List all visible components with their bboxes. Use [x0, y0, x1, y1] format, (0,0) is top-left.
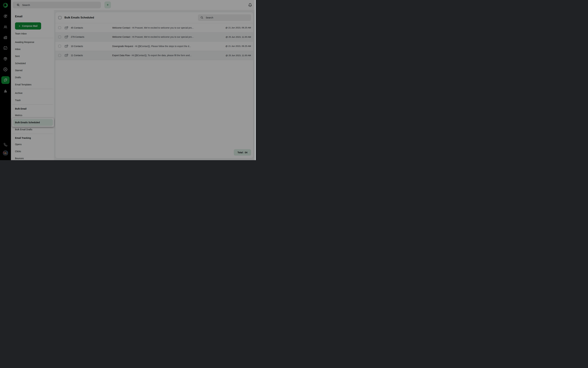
compose-mail-label: Compose Mail [22, 25, 37, 27]
scheduled-mail-icon [65, 26, 68, 29]
search-icon [17, 3, 20, 7]
search-icon [200, 16, 204, 19]
contacts-count: 45 Contacts [71, 27, 108, 29]
sidebar-item-metrics[interactable]: Metrics [11, 112, 54, 119]
sidebar-item-email-tracking[interactable]: Email Tracking [11, 134, 54, 142]
top-bar: + [11, 0, 256, 10]
contacts-icon[interactable] [2, 24, 9, 30]
calendar-icon[interactable] [2, 45, 9, 51]
compose-mail-button[interactable]: + Compose Mail [15, 22, 41, 29]
sidebar-item-bulk-email-drafts[interactable]: Bulk Email Drafts [11, 126, 54, 133]
preview: Hi {{$Contact}}, To export the data, ple… [132, 54, 192, 57]
preview: Hi Prasoet, We’re excited to welcome you… [132, 27, 194, 29]
contacts-count: 279 Contacts [71, 36, 108, 38]
sidebar-item-inbox[interactable]: Inbox [11, 46, 54, 53]
sidebar-item-bulk-email[interactable]: Bulk Email [11, 105, 54, 112]
brand-logo-icon [2, 2, 9, 8]
contacts-count: 11 Contacts [71, 54, 108, 57]
subject: Welcome Contact [112, 27, 130, 29]
icon-rail [0, 0, 11, 160]
scrollbar[interactable] [255, 0, 256, 160]
total-badge: Total : 04 [234, 149, 251, 156]
sidebar-item-trash[interactable]: Trash [11, 97, 54, 104]
conversations-icon[interactable] [1, 76, 10, 84]
panel-header: Bulk Emails Scheduled [55, 12, 253, 23]
global-search[interactable] [13, 2, 101, 8]
preview: Hi {{$Contact}}, Please follow the steps… [135, 45, 191, 47]
plus-icon: + [18, 25, 20, 28]
scheduled-mail-icon [65, 35, 68, 38]
sidebar-item-bulk-emails-scheduled-highlight[interactable]: Bulk Emails Scheduled [12, 118, 54, 127]
revenue-icon[interactable] [2, 13, 9, 19]
bulk-emails-scheduled-panel: Bulk Emails Scheduled [55, 12, 253, 158]
sidebar-divider [12, 104, 53, 105]
bulk-email-list: 45 Contacts Welcome Contact - Hi Prasoet… [55, 23, 253, 60]
bulk-email-row[interactable]: 10 Contacts Downgrade Request - Hi {{$Co… [55, 42, 253, 51]
app-window: + Email + Compose Mail Team Inbox Awaiti… [0, 0, 256, 160]
scheduled-time: @ 21 Jun 2023, 09.25 AM [225, 27, 253, 29]
phone-icon[interactable] [2, 141, 9, 148]
preview: Hi Prasoet, We’re excited to welcome you… [132, 36, 194, 38]
subject: Export Data Flow [112, 54, 130, 57]
list-search-input[interactable] [205, 16, 251, 19]
sidebar-item-clicks[interactable]: Clicks [11, 148, 54, 155]
sidebar-item-drafts[interactable]: Drafts [11, 74, 54, 81]
bell-icon[interactable] [248, 3, 252, 7]
sidebar-item-bounces[interactable]: Bounces [11, 155, 54, 160]
scheduled-mail-icon [65, 45, 68, 48]
sidebar-item-sent[interactable]: Sent [11, 53, 54, 60]
sidebar-item-scheduled[interactable]: Scheduled [11, 60, 54, 67]
row-checkbox[interactable] [58, 54, 61, 57]
sidebar-item-email-templates[interactable]: Email Templates [11, 81, 54, 88]
sidebar-item-bulk-emails-scheduled[interactable]: Bulk Emails Scheduled [13, 119, 53, 126]
subject: Downgrade Request [112, 45, 133, 47]
select-all-checkbox[interactable] [58, 16, 62, 19]
sidebar-divider [12, 89, 53, 89]
user-avatar[interactable] [3, 150, 8, 156]
global-search-input[interactable] [22, 3, 101, 7]
reports-icon[interactable] [2, 88, 9, 94]
add-button[interactable]: + [104, 1, 111, 8]
scheduled-mail-icon [65, 54, 68, 57]
row-checkbox[interactable] [58, 45, 61, 47]
sidebar-item-archive[interactable]: Archive [11, 90, 54, 97]
subject-preview: Welcome Contact - Hi Prasoet, We’re exci… [112, 36, 223, 38]
products-icon[interactable] [2, 55, 9, 62]
scheduled-time: @ 21 Jun 2023, 09.25 AM [225, 45, 253, 47]
subject-preview: Welcome Contact - Hi Prasoet, We’re exci… [112, 27, 223, 29]
sidebar-divider [12, 134, 53, 134]
list-search[interactable] [198, 14, 251, 21]
subject: Welcome Contact [112, 36, 130, 38]
settings-icon[interactable] [2, 66, 9, 73]
scheduled-time: @ 25 Jun 2023, 11.00 AM [226, 36, 253, 38]
sidebar-item-starred[interactable]: Starred [11, 67, 54, 74]
sidebar-item-opens[interactable]: Opens [11, 141, 54, 148]
scheduled-time: @ 25 Jun 2023, 11.00 AM [226, 54, 253, 57]
panel-title: Bulk Emails Scheduled [64, 16, 94, 19]
sidebar-heading: Email [15, 15, 22, 18]
subject-preview: Downgrade Request - Hi {{$Contact}}, Ple… [112, 45, 223, 47]
sidebar-item-awaiting-response[interactable]: Awaiting Response [11, 38, 54, 46]
bulk-email-row[interactable]: 11 Contacts Export Data Flow - Hi {{$Con… [55, 51, 253, 60]
bulk-email-row[interactable]: 279 Contacts Welcome Contact - Hi Prasoe… [55, 32, 253, 42]
email-sidebar: Email + Compose Mail Team Inbox Awaiting… [11, 10, 54, 160]
row-checkbox[interactable] [58, 26, 61, 29]
row-checkbox[interactable] [58, 36, 61, 38]
subject-preview: Export Data Flow - Hi {{$Contact}}, To e… [112, 54, 223, 57]
sidebar-item-team-inbox[interactable]: Team Inbox [11, 30, 54, 37]
contacts-count: 10 Contacts [71, 45, 108, 47]
bulk-email-row[interactable]: 45 Contacts Welcome Contact - Hi Prasoet… [55, 23, 253, 32]
companies-icon[interactable] [2, 34, 9, 41]
